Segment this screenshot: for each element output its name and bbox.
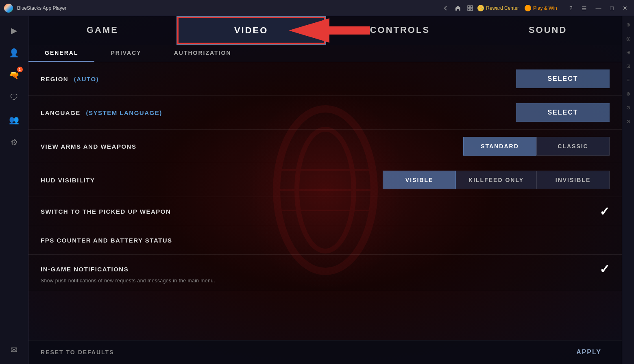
svg-rect-0: [468, 6, 470, 8]
main-layout: ▶ 👤 🔫 1 🛡 👥 ⚙ ✉: [0, 16, 634, 364]
reward-center-btn[interactable]: 👑 Reward Center: [477, 5, 519, 11]
help-btn[interactable]: ?: [567, 4, 575, 12]
toggle-killfeed-btn[interactable]: KILLFEED ONLY: [456, 171, 536, 189]
titlebar-nav: [442, 5, 473, 11]
sidebar-item-shield[interactable]: 🛡: [4, 87, 24, 108]
tab-authorization[interactable]: AUTHORIZATION: [158, 45, 248, 62]
tab-general[interactable]: GENERAL: [28, 45, 94, 62]
sidebar-item-friends[interactable]: 👥: [4, 110, 24, 130]
windows-icon[interactable]: [467, 5, 473, 11]
app-logo: [4, 4, 13, 13]
view-arms-label: VIEW ARMS AND WEAPONS: [41, 143, 463, 150]
settings-icon: ⚙: [11, 137, 18, 147]
content-area: GAME VIDEO CONTROLS SOUND GENERAL: [28, 16, 622, 364]
hud-controls: VISIBLE KILLFEED ONLY INVISIBLE: [383, 171, 610, 189]
minimize-btn[interactable]: —: [593, 4, 604, 12]
right-sidebar-item-4[interactable]: ⊡: [625, 62, 632, 71]
language-label: LANGUAGE (SYSTEM LANGUAGE): [41, 109, 516, 116]
apply-btn[interactable]: APPLY: [568, 345, 610, 359]
tab-controls[interactable]: CONTROLS: [326, 16, 474, 45]
toggle-invisible-btn[interactable]: INVISIBLE: [536, 171, 610, 189]
gun-icon: 🔫: [9, 70, 19, 80]
left-sidebar: ▶ 👤 🔫 1 🛡 👥 ⚙ ✉: [0, 16, 28, 364]
shield-icon: 🛡: [10, 93, 18, 102]
sidebar-item-play[interactable]: ▶: [4, 20, 24, 41]
right-sidebar-item-7[interactable]: ⊙: [625, 103, 632, 112]
back-icon[interactable]: [442, 5, 449, 11]
tab-video[interactable]: VIDEO: [176, 16, 326, 45]
play-win-btn[interactable]: Play & Win: [525, 5, 557, 11]
play-icon: ▶: [11, 26, 17, 35]
setting-language: LANGUAGE (SYSTEM LANGUAGE) SELECT: [28, 96, 622, 130]
friends-icon: 👥: [9, 115, 19, 125]
setting-region: REGION (AUTO) SELECT: [28, 62, 622, 96]
mail-icon: ✉: [11, 345, 17, 355]
sidebar-item-mail[interactable]: ✉: [4, 340, 24, 360]
setting-hud: HUD VISIBILITY VISIBLE KILLFEED ONLY INV…: [28, 163, 622, 197]
profile-icon: 👤: [9, 48, 19, 58]
gun-badge: 1: [17, 67, 23, 72]
setting-switch-weapon: SWITCH TO THE PICKED UP WEAPON ✓: [28, 197, 622, 226]
svg-rect-2: [468, 9, 470, 11]
right-sidebar-item-3[interactable]: ⊞: [625, 48, 632, 57]
hud-label: HUD VISIBILITY: [41, 177, 383, 184]
tab-sound[interactable]: SOUND: [474, 16, 622, 45]
fps-label: FPS COUNTER AND BATTERY STATUS: [41, 237, 597, 244]
secondary-tabs: GENERAL PRIVACY AUTHORIZATION: [28, 45, 622, 62]
notifications-desc: Show push notifications of new requests …: [41, 278, 215, 284]
maximize-btn[interactable]: □: [608, 4, 616, 12]
setting-notifications: IN-GAME NOTIFICATIONS ✓ Show push notifi…: [28, 255, 622, 291]
right-sidebar-item-5[interactable]: ≡: [625, 76, 631, 84]
view-arms-controls: STANDARD CLASSIC: [463, 137, 610, 156]
toggle-visible-btn[interactable]: VISIBLE: [383, 171, 456, 189]
switch-weapon-label: SWITCH TO THE PICKED UP WEAPON: [41, 208, 599, 215]
sidebar-item-settings[interactable]: ⚙: [4, 132, 24, 152]
tab-privacy[interactable]: PRIVACY: [94, 45, 157, 62]
titlebar-right: 👑 Reward Center Play & Win ? ☰ — □ ✕: [477, 4, 630, 12]
right-sidebar-item-1[interactable]: ⊕: [625, 20, 632, 29]
home-icon[interactable]: [455, 5, 461, 11]
right-sidebar-item-6[interactable]: ⊛: [625, 89, 632, 98]
hamburger-btn[interactable]: ☰: [579, 4, 589, 12]
right-sidebar-item-8[interactable]: ⊘: [625, 117, 632, 126]
svg-rect-3: [471, 9, 473, 11]
region-label: REGION (AUTO): [41, 76, 516, 82]
notifications-checkmark[interactable]: ✓: [599, 262, 610, 276]
titlebar: BlueStacks App Player 👑 Reward Center Pl…: [0, 0, 634, 16]
playnwin-icon: [525, 5, 531, 11]
svg-rect-1: [471, 6, 473, 8]
close-btn[interactable]: ✕: [620, 4, 630, 12]
reward-icon: 👑: [477, 5, 484, 11]
sidebar-item-gun[interactable]: 🔫 1: [4, 65, 24, 85]
tab-game[interactable]: GAME: [28, 16, 176, 45]
toggle-classic-btn[interactable]: CLASSIC: [536, 137, 610, 156]
language-select-btn[interactable]: SELECT: [516, 103, 610, 122]
region-select-btn[interactable]: SELECT: [516, 69, 610, 88]
window-controls: ? ☰ — □ ✕: [567, 4, 630, 12]
primary-tabs: GAME VIDEO CONTROLS SOUND: [28, 16, 622, 45]
app-name: BlueStacks App Player: [17, 5, 438, 11]
notifications-label: IN-GAME NOTIFICATIONS: [41, 266, 599, 273]
language-controls: SELECT: [516, 103, 610, 122]
toggle-standard-btn[interactable]: STANDARD: [463, 137, 536, 156]
sidebar-item-profile[interactable]: 👤: [4, 43, 24, 63]
bottom-bar: RESET TO DEFAULTS APPLY: [28, 340, 622, 364]
settings-content: REGION (AUTO) SELECT LANGUAGE (SYSTEM LA…: [28, 62, 622, 340]
right-sidebar: ⊕ ◎ ⊞ ⊡ ≡ ⊛ ⊙ ⊘: [622, 16, 634, 364]
right-sidebar-item-2[interactable]: ◎: [625, 34, 632, 43]
setting-fps-counter: FPS COUNTER AND BATTERY STATUS: [28, 226, 622, 255]
reset-defaults-label: RESET TO DEFAULTS: [41, 349, 568, 355]
region-controls: SELECT: [516, 69, 610, 88]
setting-view-arms: VIEW ARMS AND WEAPONS STANDARD CLASSIC: [28, 130, 622, 163]
switch-weapon-checkmark[interactable]: ✓: [599, 204, 610, 219]
